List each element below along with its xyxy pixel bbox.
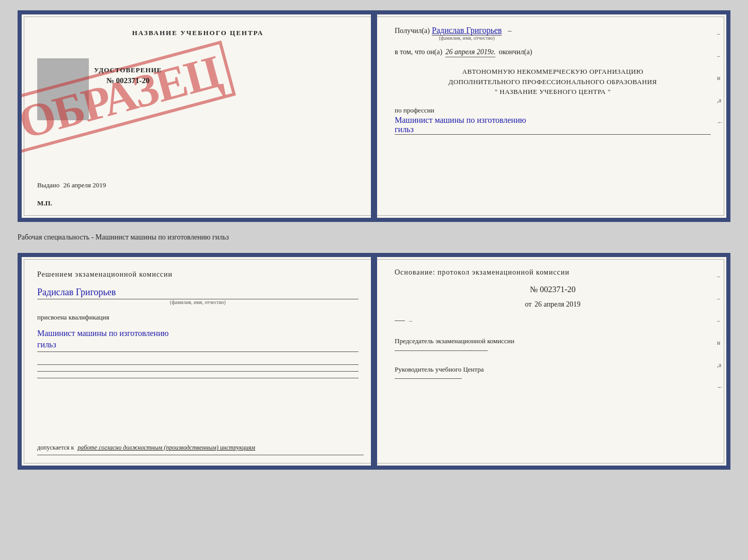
panel-left-top: НАЗВАНИЕ УЧЕБНОГО ЦЕНТРА ОБРАЗЕЦ УДОСТОВ…: [22, 14, 374, 218]
rukovoditel-signature-line: [395, 378, 462, 379]
person-name-sub: (фамилия, имя, отчество): [37, 299, 359, 305]
profession-value-line2: гильз: [395, 125, 414, 134]
subtitle-line: Рабочая специальность - Машинист машины …: [18, 231, 730, 244]
right-side-marks: – – и ,а ←: [717, 30, 723, 126]
mp-line: М.П.: [37, 199, 52, 207]
blank-line-1: [37, 364, 359, 365]
chairman-title: Председатель экзаменационной комиссии: [395, 336, 711, 346]
org-line3: " НАЗВАНИЕ УЧЕБНОГО ЦЕНТРА ": [395, 87, 711, 97]
dash-separator: –: [508, 27, 511, 35]
protocol-date: от 26 апреля 2019: [395, 300, 711, 309]
org-block: АВТОНОМНУЮ НЕКОММЕРЧЕСКУЮ ОРГАНИЗАЦИЮ ДО…: [395, 67, 711, 97]
dopuskaetsya-value: работе согласно должностным (производств…: [77, 444, 255, 451]
profession-value: Машинист машины по изготовлению гильз: [395, 116, 711, 135]
panel-right-top: – – и ,а ← Получил(а) Радислав Григорьев…: [374, 14, 726, 218]
person-name-bottom: Радислав Григорьев: [37, 287, 359, 299]
rukovoditel-block: Руководитель учебного Центра: [395, 364, 711, 379]
protocol-date-dash-row: –: [395, 317, 711, 325]
profession-value-line1: Машинист машины по изготовлению: [395, 116, 526, 124]
blank-lines: [37, 364, 359, 378]
panel-right-bottom: – – – и ,а ← Основание: протокол экзамен…: [374, 257, 726, 466]
vydano-label: Выдано: [37, 181, 59, 189]
qualification-value: Машинист машины по изготовлению гильз: [37, 328, 359, 353]
mark-i-b: и: [717, 339, 723, 347]
mark-a: ,а: [717, 97, 723, 104]
protocol-num: № 002371-20: [395, 285, 711, 294]
profession-label: по профессии: [395, 106, 434, 114]
top-document: НАЗВАНИЕ УЧЕБНОГО ЦЕНТРА ОБРАЗЕЦ УДОСТОВ…: [18, 10, 730, 222]
assigned-label: присвоена квалификация: [37, 313, 359, 322]
received-label: Получил(а): [395, 27, 430, 35]
vydano-date: 26 апреля 2019: [64, 181, 106, 189]
blank-line-dopusk: [37, 455, 364, 455]
qual-line2: гильз: [37, 340, 56, 349]
chairman-signature-line: [395, 350, 488, 351]
dash-mark-b2: –: [717, 295, 723, 302]
panel-left-bottom: Решением экзаменационной комиссии Радисл…: [22, 257, 374, 466]
bottom-document: Решением экзаменационной комиссии Радисл…: [18, 253, 730, 470]
dopuskaetsya-block: допускается к работе согласно должностны…: [37, 444, 364, 455]
blank-line-2: [37, 371, 359, 372]
mark-arrow-b: ←: [717, 383, 723, 391]
udostoverenie-block: УДОСТОВЕРЕНИЕ № 002371-20: [94, 66, 162, 85]
dash-mark-1: –: [717, 30, 723, 38]
okoncil-label: окончил(а): [498, 48, 532, 56]
chairman-block: Председатель экзаменационной комиссии: [395, 336, 711, 351]
qual-line1: Машинист машины по изготовлению: [37, 329, 168, 338]
right-side-marks-bottom: – – – и ,а ←: [717, 273, 723, 391]
dash-after-date: –: [409, 317, 412, 325]
photo-placeholder: [37, 58, 89, 120]
profession-block: по профессии Машинист машины по изготовл…: [395, 106, 711, 135]
received-line: Получил(а) Радислав Григорьев (фамилия, …: [395, 26, 711, 41]
mark-a-b: ,а: [717, 361, 723, 369]
dash-mark-2: –: [717, 52, 723, 60]
commission-title: Решением экзаменационной комиссии: [37, 269, 359, 280]
mark-i: и: [717, 74, 723, 82]
person-name-block: Радислав Григорьев (фамилия, имя, отчест…: [37, 285, 359, 305]
protocol-date-value: 26 апреля 2019: [535, 300, 581, 308]
school-name-top: НАЗВАНИЕ УЧЕБНОГО ЦЕНТРА: [132, 29, 264, 37]
org-line2: ДОПОЛНИТЕЛЬНОГО ПРОФЕССИОНАЛЬНОГО ОБРАЗО…: [395, 77, 711, 87]
vtom-date: 26 апреля 2019г.: [445, 48, 495, 57]
dopuskaetsya-label: допускается к: [37, 444, 74, 451]
dash-mark-b1: –: [717, 273, 723, 280]
mark-arrow: ←: [717, 119, 723, 126]
dash-mark-b3: –: [717, 317, 723, 325]
udostoverenie-title: УДОСТОВЕРЕНИЕ: [94, 66, 162, 74]
received-name: Радислав Григорьев: [432, 26, 502, 36]
org-line1: АВТОНОМНУЮ НЕКОММЕРЧЕСКУЮ ОРГАНИЗАЦИЮ: [395, 67, 711, 77]
protocol-date-prefix: от: [525, 300, 532, 308]
date-underline-left: [395, 321, 405, 321]
vydano-line: Выдано 26 апреля 2019: [37, 181, 106, 189]
rukovoditel-title: Руководитель учебного Центра: [395, 364, 711, 375]
udostoverenie-num: № 002371-20: [94, 76, 162, 85]
blank-line-3: [37, 378, 359, 378]
osnov-title: Основание: протокол экзаменационной коми…: [395, 268, 711, 277]
vtom-label: в том, что он(а): [395, 48, 442, 56]
received-sub: (фамилия, имя, отчество): [432, 35, 502, 41]
vtom-line: в том, что он(а) 26 апреля 2019г. окончи…: [395, 48, 711, 57]
